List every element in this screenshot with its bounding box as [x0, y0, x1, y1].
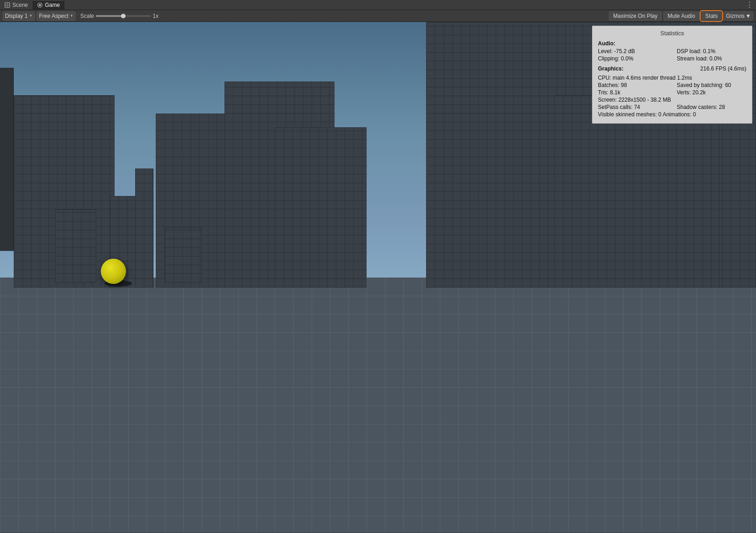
aspect-arrow-icon: ▼: [70, 14, 73, 18]
display-dropdown[interactable]: Display 1 ▼: [3, 11, 35, 21]
tab-more-button[interactable]: ⋮: [743, 0, 756, 10]
tab-scene[interactable]: Scene: [0, 0, 33, 10]
stats-screen: Screen: 2228x1500 - 38.2 MB: [598, 97, 671, 103]
stats-tris: Tris: 8.1k: [598, 89, 668, 96]
building-far-left: [55, 209, 96, 283]
aspect-label: Free Aspect: [39, 13, 68, 19]
svg-point-4: [39, 4, 41, 6]
building-far-center: [165, 228, 202, 283]
stats-shadow: Shadow casters: 28: [668, 104, 746, 110]
scale-label: Scale: [80, 13, 94, 19]
stats-visible-row: Visible skinned meshes: 0 Animations: 0: [598, 111, 746, 118]
stats-verts: Verts: 20.2k: [668, 89, 746, 96]
stats-graphics-label: Graphics:: [598, 65, 624, 72]
scale-slider-container: [96, 15, 151, 17]
stats-batches: Batches: 98: [598, 82, 668, 88]
stats-level: Level: -75.2 dB: [598, 48, 668, 54]
stats-visible: Visible skinned meshes: 0 Animations: 0: [598, 111, 696, 118]
game-view: Statistics Audio: Level: -75.2 dB DSP lo…: [0, 22, 756, 533]
stats-graphics-header: Graphics: 216.6 FPS (4.6ms): [598, 65, 746, 73]
stats-cpu: CPU: main 4.6ms render thread 1.2ms: [598, 75, 692, 81]
building-right-mid: [554, 95, 719, 288]
stats-batches-row: Batches: 98 Saved by batching: 60: [598, 82, 746, 88]
toolbar: Display 1 ▼ Free Aspect ▼ Scale 1x Maxim…: [0, 10, 756, 22]
tab-bar: Scene Game ⋮: [0, 0, 756, 10]
gizmos-arrow-icon: ▼: [745, 13, 751, 19]
scale-value: 1x: [153, 13, 162, 19]
display-arrow-icon: ▼: [29, 14, 33, 18]
stats-audio-label: Audio:: [598, 40, 746, 47]
stats-setpass: SetPass calls: 74: [598, 104, 668, 110]
stats-stream: Stream load: 0.0%: [668, 55, 746, 62]
scale-slider[interactable]: [96, 15, 151, 17]
stats-title: Statistics: [598, 30, 746, 37]
stats-setpass-row: SetPass calls: 74 Shadow casters: 28: [598, 104, 746, 110]
stats-button[interactable]: Stats: [701, 11, 722, 21]
game-icon: [37, 2, 43, 8]
ground-grid: [0, 277, 756, 533]
building-mid-left-2: [135, 169, 153, 288]
stats-dsp: DSP load: 0.1%: [668, 48, 746, 54]
mute-audio-button[interactable]: Mute Audio: [663, 11, 699, 21]
gizmos-dropdown[interactable]: Gizmos ▼: [723, 11, 753, 21]
stats-screen-row: Screen: 2228x1500 - 38.2 MB: [598, 97, 746, 103]
stats-tris-row: Tris: 8.1k Verts: 20.2k: [598, 89, 746, 96]
tab-scene-label: Scene: [12, 2, 28, 8]
aspect-dropdown[interactable]: Free Aspect ▼: [37, 11, 76, 21]
stats-panel: Statistics Audio: Level: -75.2 dB DSP lo…: [592, 26, 752, 124]
scene-icon: [5, 2, 10, 8]
tab-game-label: Game: [45, 2, 60, 8]
tab-game[interactable]: Game: [33, 0, 65, 10]
display-label: Display 1: [5, 13, 27, 19]
left-wall-building: [0, 68, 14, 251]
building-center-2: [275, 127, 367, 288]
stats-audio-row-1: Level: -75.2 dB DSP load: 0.1%: [598, 48, 746, 54]
stats-cpu-row: CPU: main 4.6ms render thread 1.2ms: [598, 75, 746, 81]
stats-fps: 216.6 FPS (4.6ms): [700, 65, 746, 73]
maximize-button[interactable]: Maximize On Play: [609, 11, 662, 21]
stats-saved: Saved by batching: 60: [668, 82, 746, 88]
scale-slider-thumb: [121, 14, 126, 18]
stats-clipping: Clipping: 0.0%: [598, 55, 668, 62]
stats-audio-row-2: Clipping: 0.0% Stream load: 0.0%: [598, 55, 746, 62]
yellow-ball: [101, 259, 126, 284]
